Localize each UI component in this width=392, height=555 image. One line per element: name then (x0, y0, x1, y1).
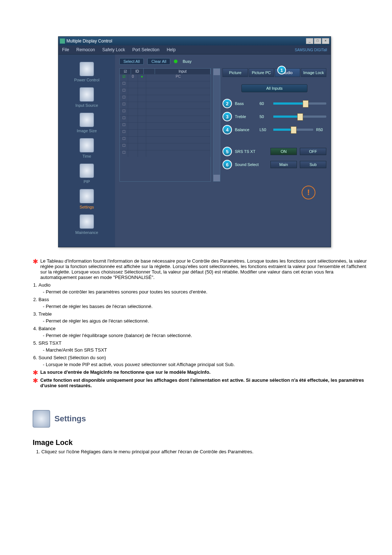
sidebar: Power Control Input Source Image Size Ti… (58, 54, 115, 247)
menu-remocon[interactable]: Remocon (73, 47, 98, 52)
srs-row: 5 SRS TS XT ON OFF (222, 147, 326, 156)
app-icon (60, 39, 65, 44)
table-row[interactable]: ☐ (120, 136, 211, 143)
table-row[interactable]: ☑ 0 ● PC (120, 74, 211, 81)
pip-icon (79, 163, 94, 178)
sidebar-item-settings[interactable]: Settings (61, 189, 112, 209)
select-all-button[interactable]: Select All (119, 58, 144, 65)
item-srs: SRS TSXT- Marche/Arrêt Son SRS TSXT (38, 340, 370, 353)
subheading-image-lock: Image Lock (33, 438, 370, 447)
busy-indicator-icon (174, 60, 177, 63)
table-row[interactable]: ☐ (120, 81, 211, 88)
star-icon: ✱ (33, 369, 38, 376)
tab-picture-pc[interactable]: Picture PC (249, 68, 274, 77)
callout-2: 2 (222, 99, 232, 108)
sound-select-label: Sound Select (235, 162, 268, 167)
settings-section-icon (33, 410, 50, 428)
treble-label: Treble (235, 114, 257, 119)
callout-4: 4 (222, 125, 232, 134)
step-1: Cliquez sur l'icône Réglages dans le men… (41, 449, 370, 454)
minimize-button[interactable]: _ (306, 38, 313, 44)
menu-file[interactable]: File (58, 47, 73, 52)
bass-value: 60 (260, 101, 270, 106)
balance-slider-row: 4 Balance L50 R50 (222, 125, 326, 134)
callout-1: 1 (277, 66, 286, 74)
sound-sub-button[interactable]: Sub (300, 161, 326, 168)
table-row[interactable]: ☐ (120, 95, 211, 102)
sound-select-row: 6 Sound Select Main Sub (222, 160, 326, 169)
treble-value: 50 (260, 114, 270, 119)
star-icon: ✱ (33, 377, 38, 388)
brand-label: SAMSUNG DIGITall (291, 48, 331, 52)
menu-help[interactable]: Help (163, 47, 179, 52)
clear-all-button[interactable]: Clear All (147, 58, 170, 65)
callout-3: 3 (222, 112, 232, 121)
table-row[interactable]: ☐ (120, 150, 211, 157)
item-audio: Audio- Permet de contrôler les paramètre… (38, 282, 370, 295)
scroll-down-icon[interactable] (213, 175, 220, 181)
all-inputs-button[interactable]: All Inputs (241, 84, 307, 92)
clock-icon (79, 138, 94, 153)
tab-picture[interactable]: Picture (222, 68, 248, 77)
sidebar-item-time[interactable]: Time (61, 138, 112, 158)
bass-label: Bass (235, 101, 257, 106)
table-row[interactable]: ☐ (120, 129, 211, 136)
steps-list: Cliquez sur l'icône Réglages dans le men… (33, 449, 370, 454)
tab-image-lock[interactable]: Image Lock (301, 68, 326, 77)
balance-value-right: R50 (316, 128, 326, 132)
section-header: Settings (33, 410, 370, 428)
sidebar-item-maintenance[interactable]: Maintenance (61, 214, 112, 235)
busy-label: Busy (183, 59, 191, 64)
tab-audio[interactable]: 1 Audio (275, 68, 300, 77)
sidebar-item-power-control[interactable]: Power Control (61, 62, 112, 82)
sidebar-item-input-source[interactable]: Input Source (61, 87, 112, 108)
grid-scrollbar[interactable] (213, 68, 220, 182)
callout-6: 6 (222, 160, 232, 169)
treble-slider[interactable] (273, 116, 326, 118)
item-sound-select: Sound Select (Sélection du son)- Lorsque… (38, 355, 370, 367)
scroll-up-icon[interactable] (213, 69, 220, 75)
item-bass: Bass- Permet de régler les basses de l'é… (38, 297, 370, 309)
balance-slider[interactable] (273, 129, 313, 131)
menu-safety-lock[interactable]: Safety Lock (99, 47, 129, 52)
table-row[interactable]: ☐ (120, 102, 211, 109)
wrench-icon (79, 214, 94, 229)
device-grid[interactable]: ☑ ID Input ☑ 0 ● PC ☐ ☐ (119, 68, 211, 182)
menu-port-selection[interactable]: Port Selection (128, 47, 163, 52)
sidebar-item-pip[interactable]: PIP (61, 163, 112, 184)
srs-on-button[interactable]: ON (270, 148, 297, 155)
srs-off-button[interactable]: OFF (300, 148, 326, 155)
maximize-button[interactable]: □ (314, 38, 321, 44)
treble-slider-row: 3 Treble 50 (222, 112, 326, 121)
input-icon (79, 87, 94, 102)
table-row[interactable]: ☐ (120, 88, 211, 95)
gear-icon (79, 189, 94, 203)
col-id: ID (131, 69, 144, 74)
sidebar-item-image-size[interactable]: Image Size (61, 113, 112, 133)
callout-5: 5 (222, 147, 232, 156)
app-window: Multiple Display Control _ □ × File Remo… (58, 36, 331, 247)
close-button[interactable]: × (322, 38, 329, 44)
power-icon (79, 62, 94, 76)
balance-label: Balance (235, 127, 257, 132)
note-power: ✱ Cette fonction est disponible uniqueme… (33, 377, 370, 388)
table-row[interactable]: ☐ (120, 143, 211, 150)
table-row[interactable]: ☐ (120, 116, 211, 122)
col-input: Input (155, 69, 211, 74)
star-icon: ✱ (33, 258, 38, 280)
col-check[interactable]: ☑ (120, 69, 131, 74)
srs-label: SRS TS XT (235, 149, 268, 154)
sound-main-button[interactable]: Main (270, 161, 297, 168)
definition-list: Audio- Permet de contrôler les paramètre… (33, 282, 370, 367)
menubar: File Remocon Safety Lock Port Selection … (58, 45, 331, 54)
item-treble: Treble- Permet de régler les aigus de l'… (38, 311, 370, 324)
section-title: Settings (54, 414, 86, 424)
titlebar: Multiple Display Control _ □ × (58, 37, 331, 45)
balance-value-left: L50 (260, 127, 270, 132)
imgsize-icon (79, 113, 94, 127)
note-magicinfo: ✱ La source d'entrée de MagicInfo ne fon… (33, 369, 370, 376)
table-row[interactable]: ☐ (120, 122, 211, 129)
table-row[interactable]: ☐ (120, 109, 211, 116)
bass-slider-row: 2 Bass 60 (222, 99, 326, 108)
bass-slider[interactable] (273, 102, 326, 105)
